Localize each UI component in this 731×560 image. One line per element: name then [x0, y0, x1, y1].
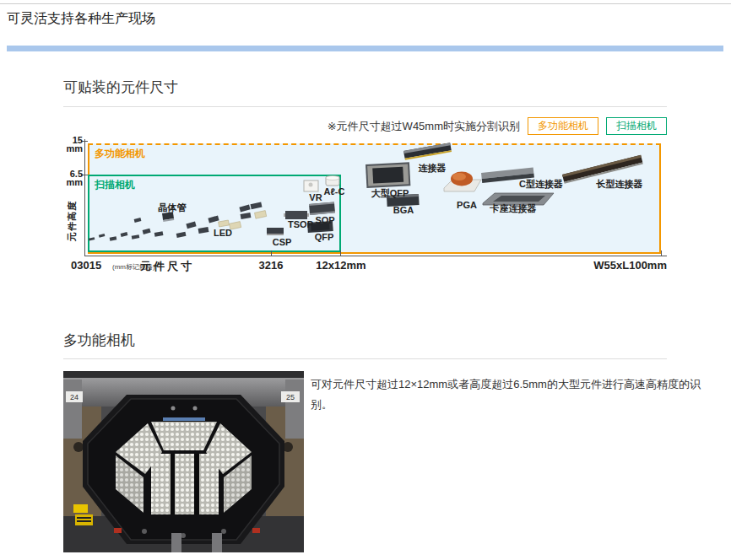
- section-title-component-size: 可贴装的元件尺寸: [63, 78, 178, 97]
- y-label-15mm: 15 mm: [61, 136, 83, 153]
- page: 可灵活支持各种生产现场 可贴装的元件尺寸 ※元件尺寸超过W45mm时实施分割识别…: [0, 0, 731, 560]
- y-axis-title: 元件高度: [66, 201, 76, 241]
- section-divider-2: [63, 358, 667, 359]
- label-bga: BGA: [387, 205, 420, 215]
- accent-bar: [7, 46, 723, 51]
- label-qfp: QFP: [309, 232, 339, 242]
- label-c-connector: C型连接器: [515, 178, 567, 191]
- photo-label-24: 24: [70, 393, 79, 401]
- x-label-w55xl100: W55xL100mm: [582, 259, 667, 272]
- y-label-15-unit: mm: [66, 143, 83, 153]
- x-axis-title: 元件尺寸: [140, 259, 194, 274]
- badge-multi-camera[interactable]: 多功能相机: [528, 117, 598, 135]
- x-label-12x12: 12x12mm: [316, 259, 366, 272]
- section-divider: [63, 106, 667, 107]
- label-pga: PGA: [448, 200, 485, 210]
- photo-label-25: 25: [286, 393, 295, 401]
- label-connector: 连接器: [410, 162, 454, 175]
- x-label-03015: 03015: [71, 259, 101, 272]
- label-card-connector: 卡座连接器: [487, 202, 539, 215]
- section-title-multi-camera: 多功能相机: [63, 331, 135, 350]
- label-led: LED: [209, 228, 236, 238]
- label-alc: Aℓ-C: [319, 186, 349, 197]
- diagram-legend-row: ※元件尺寸超过W45mm时实施分割识别 多功能相机 扫描相机: [328, 117, 667, 135]
- label-large-qfp: 大型QFP: [366, 187, 414, 200]
- x-label-3216: 3216: [254, 259, 288, 272]
- multi-camera-photo: 24 25: [63, 371, 304, 552]
- multi-camera-description: 可对元件尺寸超过12×12mm或者高度超过6.5mm的大型元件进行高速高精度的识…: [311, 374, 721, 415]
- split-recognition-note: ※元件尺寸超过W45mm时实施分割识别: [328, 119, 520, 134]
- label-csp: CSP: [267, 237, 297, 247]
- page-title: 可灵活支持各种生产现场: [7, 10, 155, 28]
- badge-scan-camera[interactable]: 扫描相机: [606, 117, 667, 135]
- y-label-6-5mm: 6.5 mm: [61, 170, 83, 186]
- top-divider: [0, 3, 731, 4]
- label-transistor: 晶体管: [154, 202, 190, 214]
- label-long-connector: 长型连接器: [593, 178, 646, 191]
- label-sop: SOP: [310, 215, 340, 225]
- y-label-65-unit: mm: [66, 177, 83, 187]
